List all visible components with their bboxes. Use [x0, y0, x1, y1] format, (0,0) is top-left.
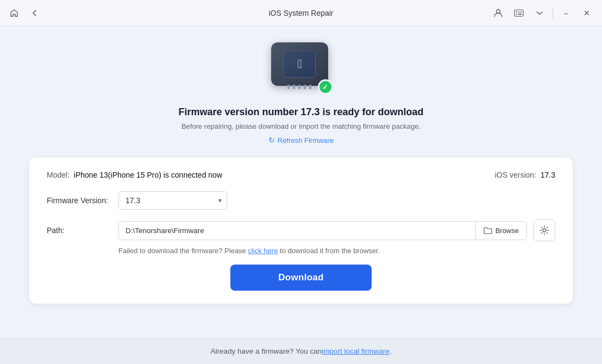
- back-button[interactable]: [27, 5, 42, 21]
- chevron-down-button[interactable]: [531, 5, 548, 21]
- device-info-row: Model: iPhone 13(iPhone 15 Pro) is conne…: [47, 171, 555, 179]
- ios-version-value: 17.3: [541, 171, 555, 179]
- apple-logo-icon: : [297, 57, 302, 71]
- keyboard-button[interactable]: [510, 5, 528, 21]
- browse-button[interactable]: Browse: [475, 222, 526, 240]
- chip-pin: [293, 85, 295, 89]
- home-button[interactable]: [7, 5, 22, 21]
- hero-subtitle: Before repairing, please download or imp…: [181, 122, 421, 130]
- footer-text: Already have a firmware? You can: [210, 347, 322, 355]
- settings-button[interactable]: [534, 219, 555, 241]
- svg-rect-6: [518, 14, 521, 15]
- svg-rect-2: [516, 11, 517, 12]
- path-input-wrapper: Browse: [118, 221, 527, 240]
- footer: Already have a firmware? You can import …: [0, 338, 602, 364]
- download-button[interactable]: Download: [230, 265, 372, 291]
- model-value: iPhone 13(iPhone 15 Pro) is connected no…: [74, 171, 222, 179]
- svg-rect-1: [515, 10, 523, 16]
- chip-graphic: : [271, 42, 328, 86]
- titlebar: iOS System Repair: [0, 0, 602, 26]
- path-input[interactable]: [119, 222, 475, 240]
- svg-rect-3: [518, 11, 519, 12]
- firmware-card: Model: iPhone 13(iPhone 15 Pro) is conne…: [29, 158, 573, 304]
- svg-rect-4: [521, 11, 522, 12]
- minimize-button[interactable]: –: [557, 5, 575, 21]
- firmware-version-label: Firmware Version:: [47, 196, 112, 205]
- ios-version-info: iOS version: 17.3: [495, 171, 555, 179]
- chip-pin: [304, 85, 306, 89]
- close-button[interactable]: ✕: [578, 5, 595, 21]
- titlebar-left: [7, 5, 42, 21]
- model-info: Model: iPhone 13(iPhone 15 Pro) is conne…: [47, 171, 222, 179]
- chip-pin: [309, 85, 311, 89]
- chip-inner: : [283, 51, 316, 78]
- path-row: Path: Browse: [47, 219, 555, 241]
- svg-rect-5: [516, 14, 517, 15]
- titlebar-separator: [553, 8, 553, 18]
- chip-pin: [287, 85, 290, 89]
- click-here-link[interactable]: click here: [248, 247, 278, 255]
- svg-point-8: [543, 229, 546, 232]
- refresh-icon: ↻: [268, 136, 275, 145]
- footer-period: .: [390, 347, 392, 355]
- account-button[interactable]: [490, 5, 507, 21]
- window-title: iOS System Repair: [268, 9, 333, 17]
- titlebar-right: – ✕: [490, 5, 595, 21]
- hero-section:  ✓ Firmware version number 17.3 is read…: [178, 42, 423, 145]
- firmware-version-select[interactable]: 17.3 17.2 17.1 17.0: [118, 191, 227, 210]
- svg-rect-7: [521, 14, 522, 15]
- chip-pins: [287, 85, 311, 89]
- chip-pin: [298, 85, 300, 89]
- refresh-firmware-link[interactable]: ↻ Refresh Firmware: [268, 136, 334, 145]
- hero-title: Firmware version number 17.3 is ready fo…: [178, 106, 423, 118]
- path-label: Path:: [47, 226, 112, 235]
- firmware-icon:  ✓: [271, 42, 331, 97]
- version-select-wrapper: 17.3 17.2 17.1 17.0 ▾: [118, 191, 227, 210]
- check-badge: ✓: [318, 79, 333, 95]
- download-error-text: Failed to download the firmware? Please …: [118, 247, 555, 255]
- firmware-version-row: Firmware Version: 17.3 17.2 17.1 17.0 ▾: [47, 191, 555, 210]
- gear-icon: [540, 225, 549, 235]
- folder-icon: [484, 227, 492, 234]
- import-local-firmware-link[interactable]: import local firmware: [322, 347, 390, 355]
- main-content:  ✓ Firmware version number 17.3 is read…: [0, 26, 602, 338]
